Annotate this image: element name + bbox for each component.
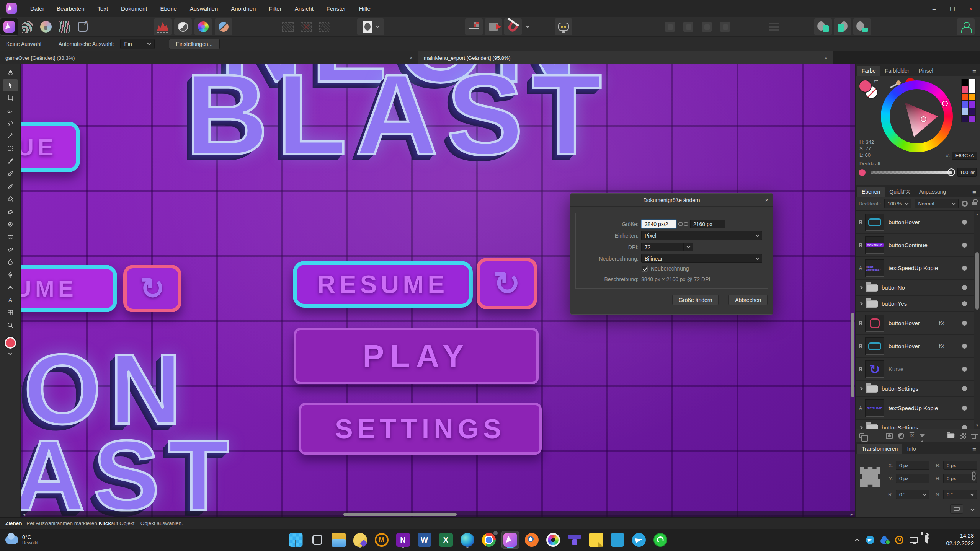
- layer-visibility-dot[interactable]: [962, 266, 967, 271]
- layer-opacity-dropdown[interactable]: 100 %: [884, 199, 912, 208]
- layer-visibility-dot[interactable]: [962, 406, 967, 411]
- swatch[interactable]: [969, 93, 976, 101]
- task-view-icon[interactable]: [309, 531, 326, 549]
- layers-scrollbar[interactable]: ▲ ▼: [974, 211, 980, 429]
- menu-dokument[interactable]: Dokument: [114, 5, 154, 12]
- menu-fenster[interactable]: Fenster: [320, 5, 353, 12]
- layer-row[interactable]: buttonSettings: [856, 381, 980, 397]
- tab-quickfx[interactable]: QuickFX: [885, 187, 915, 197]
- panel-menu-icon[interactable]: ≡: [969, 68, 980, 76]
- assistant-icon[interactable]: [555, 18, 572, 35]
- weather-widget[interactable]: 0°C Bewölkt: [0, 534, 100, 546]
- fill-color-circle[interactable]: [859, 80, 872, 93]
- width-input[interactable]: 3840 px/2: [641, 220, 676, 228]
- insert-target-icon[interactable]: [485, 18, 502, 35]
- layer-row[interactable]: CONTINUE buttonContinue: [856, 234, 980, 257]
- settings-button[interactable]: Einstellungen...: [169, 39, 220, 49]
- window-minimize-button[interactable]: –: [925, 0, 943, 17]
- account-icon[interactable]: [957, 18, 975, 35]
- freehand-selection-tool[interactable]: [3, 117, 18, 129]
- menu-datei[interactable]: Datei: [24, 5, 50, 12]
- geometry-subtract-icon[interactable]: [834, 18, 851, 35]
- pen-tool[interactable]: [3, 269, 18, 280]
- group-folder-icon[interactable]: [866, 385, 877, 393]
- scroll-right-icon[interactable]: ►: [848, 512, 855, 517]
- marquee-tool[interactable]: [3, 142, 18, 154]
- alignment-icon[interactable]: [765, 18, 783, 35]
- window-close-button[interactable]: ×: [962, 0, 980, 17]
- auto-colours-icon[interactable]: [194, 18, 212, 35]
- tone-mapping-persona-icon[interactable]: [56, 18, 73, 35]
- mesh-warp-tool[interactable]: [3, 306, 18, 318]
- healing-tool[interactable]: [3, 243, 18, 255]
- quick-assist-icon[interactable]: [351, 531, 369, 549]
- chrome-icon[interactable]: [480, 531, 498, 549]
- volume-tray-icon[interactable]: [924, 536, 933, 544]
- tab-ebenen[interactable]: Ebenen: [857, 187, 885, 197]
- layer-row[interactable]: ↻ Kurve: [856, 358, 980, 381]
- selection-brush-tool[interactable]: [3, 104, 18, 116]
- fill-tool[interactable]: [3, 193, 18, 205]
- grid-options-icon[interactable]: [465, 18, 483, 35]
- layer-fx-badge[interactable]: fX: [939, 320, 945, 326]
- fill-stroke-selector[interactable]: ⇄: [859, 80, 881, 99]
- layer-thumbnail[interactable]: [866, 315, 884, 332]
- layer-visibility-dot[interactable]: [962, 321, 967, 326]
- swatch[interactable]: [961, 101, 969, 108]
- snapping-magnet-icon[interactable]: [504, 18, 522, 35]
- crop-tool[interactable]: [3, 92, 18, 104]
- pixel-tool[interactable]: [3, 168, 18, 179]
- rotation-field[interactable]: 0 °: [896, 490, 929, 499]
- saturation-marker[interactable]: [921, 116, 926, 122]
- layer-visibility-dot[interactable]: [962, 425, 967, 429]
- layer-row[interactable]: buttonSettings: [856, 420, 980, 429]
- layer-visibility-dot[interactable]: [962, 285, 967, 290]
- link-aspect-icon[interactable]: [972, 472, 976, 480]
- selection-mode-new-icon[interactable]: [279, 18, 297, 35]
- layer-thumbnail[interactable]: [866, 214, 884, 231]
- telegram-icon[interactable]: [630, 531, 648, 549]
- menu-auswaehlen[interactable]: Auswählen: [183, 5, 224, 12]
- geometry-add-icon[interactable]: [814, 18, 832, 35]
- group-folder-icon[interactable]: [866, 300, 877, 308]
- start-button[interactable]: [287, 531, 305, 549]
- tab-gameover[interactable]: gameOver [Geändert] (38.3%) ×: [0, 51, 418, 64]
- clone-tool[interactable]: [3, 231, 18, 243]
- cancel-button[interactable]: Abbrechen: [728, 295, 768, 305]
- expand-chevron-icon[interactable]: [856, 302, 866, 305]
- onedrive-tray-icon[interactable]: [880, 538, 889, 544]
- blur-tool[interactable]: [3, 256, 18, 268]
- group-layers-icon[interactable]: [947, 433, 954, 438]
- layer-row[interactable]: buttonHover fX: [856, 312, 980, 335]
- menu-text[interactable]: Text: [91, 5, 115, 12]
- opacity-slider[interactable]: [871, 171, 952, 174]
- x-field[interactable]: 0 px: [896, 461, 929, 470]
- swatch[interactable]: [969, 79, 976, 86]
- copy-layer-icon[interactable]: [859, 433, 864, 438]
- file-explorer-icon[interactable]: [330, 531, 348, 549]
- dpi-combo-chevron[interactable]: [683, 243, 693, 251]
- scroll-up-icon[interactable]: ▲: [975, 212, 979, 216]
- mask-layer-icon[interactable]: [886, 433, 893, 439]
- display-connect-tray-icon[interactable]: [910, 537, 918, 543]
- layer-row[interactable]: buttonHover: [856, 211, 980, 234]
- menu-ebene[interactable]: Ebene: [154, 5, 183, 12]
- layer-thumbnail[interactable]: Reset gamestate?: [866, 260, 884, 277]
- layer-visibility-dot[interactable]: [962, 344, 967, 349]
- color-wheel[interactable]: [881, 80, 953, 152]
- layer-visibility-dot[interactable]: [962, 386, 967, 391]
- dodge-tool[interactable]: [3, 218, 18, 230]
- layer-visibility-dot[interactable]: [962, 367, 967, 372]
- auto-select-dropdown[interactable]: Ein: [120, 39, 155, 49]
- selection-mode-intersect-icon[interactable]: [316, 18, 333, 35]
- screen-capture-icon[interactable]: [544, 531, 562, 549]
- tab-pinsel[interactable]: Pinsel: [914, 66, 938, 76]
- develop-persona-icon[interactable]: [37, 18, 55, 35]
- text-tool[interactable]: A: [3, 294, 18, 306]
- excel-icon[interactable]: X: [437, 531, 455, 549]
- scrollbar-thumb[interactable]: [975, 252, 979, 310]
- layer-row[interactable]: buttonNo: [856, 280, 980, 296]
- swap-colors-icon[interactable]: ⇄: [874, 78, 878, 84]
- scroll-left-icon[interactable]: ◄: [21, 512, 28, 517]
- em-client-icon[interactable]: M: [373, 531, 390, 549]
